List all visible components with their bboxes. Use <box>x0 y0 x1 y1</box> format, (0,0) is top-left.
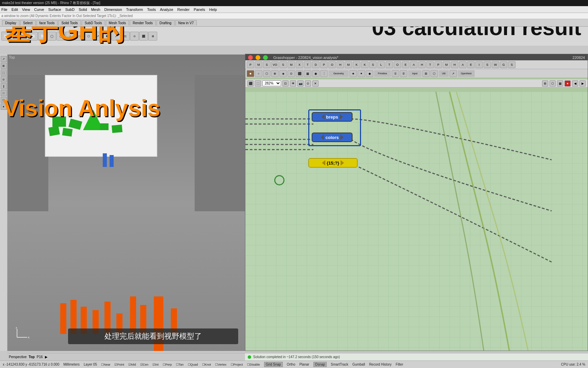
gh-tool-h[interactable]: H <box>337 61 344 68</box>
toolbar-btn-17[interactable]: ⊞ <box>148 32 157 41</box>
gh-tool-k2[interactable]: K <box>361 61 369 68</box>
status-planar[interactable]: Planar <box>299 363 309 366</box>
toolbar-btn-16[interactable]: ⬛ <box>139 32 148 41</box>
gh-canvas[interactable]: breps colors {15;?} <box>245 92 588 351</box>
menu-analyze[interactable]: Analyze <box>160 7 173 12</box>
gh-tool-s[interactable]: S <box>263 61 271 68</box>
gh-close-btn[interactable] <box>248 55 253 60</box>
gh-tool-m2[interactable]: M <box>288 61 295 68</box>
gh-icon-6[interactable]: ⊙ <box>288 70 295 77</box>
gh-tool-w[interactable]: W <box>492 61 499 68</box>
gh-tool-p3[interactable]: P <box>435 61 442 68</box>
status-snap-knot[interactable]: ☐Knot <box>202 363 211 366</box>
gh-icon-8[interactable]: ▦ <box>304 70 311 77</box>
gh-icon-9[interactable]: ◉ <box>312 70 320 77</box>
grasshopper-window[interactable]: Grasshopper - 220824_vision analysis* 22… <box>245 54 588 351</box>
gh-icon-4[interactable]: ⊕ <box>271 70 279 77</box>
tab-display[interactable]: Display <box>2 20 19 26</box>
menu-tools[interactable]: Tools <box>147 7 156 12</box>
gh-tool-m4[interactable]: M <box>443 61 450 68</box>
sidebar-icon-1[interactable]: ↗ <box>1 56 7 62</box>
gh-icon-11[interactable]: ★ <box>349 70 357 77</box>
gh-zoom-camera[interactable]: 📷 <box>297 80 304 87</box>
gh-zoom-right5[interactable]: ◀ <box>572 80 578 87</box>
gh-tool-e[interactable]: E <box>402 61 409 68</box>
tab-drafting[interactable]: Drafting <box>157 20 175 26</box>
status-snap-mid[interactable]: ☑Mid <box>128 363 136 366</box>
gh-tool-p[interactable]: P <box>247 61 254 68</box>
gh-tool-l[interactable]: L <box>377 61 385 68</box>
gh-tool-s3[interactable]: S <box>369 61 377 68</box>
gh-maximize-btn[interactable] <box>263 55 268 60</box>
gh-tool-a2[interactable]: A <box>459 61 467 68</box>
gh-zoom-fit[interactable]: ⊡ <box>282 80 289 87</box>
gh-zoom-eye[interactable]: 👁 <box>290 80 296 87</box>
tab-select[interactable]: Select <box>20 20 36 26</box>
gh-tool-t[interactable]: T <box>304 61 311 68</box>
gh-zoom-right1[interactable]: ⊞ <box>542 80 548 87</box>
tab-face-tools[interactable]: face Tools <box>36 20 58 26</box>
status-snap-vertex[interactable]: ☐Vertex <box>215 363 227 366</box>
gh-icon-15[interactable]: ② <box>400 70 407 77</box>
gh-zoom-icon-2[interactable]: ⬚ <box>255 80 261 87</box>
gh-tool-s4[interactable]: S <box>484 61 491 68</box>
gh-tool-p2[interactable]: P <box>320 61 328 68</box>
menu-subd[interactable]: SubD <box>65 7 75 12</box>
status-snap-quad[interactable]: ☐Quad <box>188 363 198 366</box>
menu-render[interactable]: Render <box>177 7 190 12</box>
status-ortho[interactable]: Ortho <box>287 363 295 366</box>
gh-tool-g[interactable]: G <box>500 61 507 68</box>
status-record-history[interactable]: Record History <box>369 363 392 366</box>
gh-icon-13[interactable]: ◆ <box>366 70 373 77</box>
status-filter[interactable]: Filter <box>396 363 403 366</box>
tab-new-v7[interactable]: New in V7 <box>175 20 197 26</box>
menu-transform[interactable]: Transform <box>126 7 143 12</box>
gh-tool-k[interactable]: K <box>353 61 360 68</box>
gh-icon-17[interactable]: ⬡ <box>430 70 438 77</box>
tab-solid-tools[interactable]: Solid Tools <box>58 20 81 26</box>
gh-canvas-circle[interactable] <box>274 175 284 185</box>
status-snap-perp[interactable]: ☐Perp <box>163 363 172 366</box>
gh-tool-m3[interactable]: M <box>345 61 352 68</box>
menu-help[interactable]: Help <box>209 7 217 12</box>
gh-tool-x[interactable]: X <box>296 61 303 68</box>
gh-icon-5[interactable]: ◈ <box>279 70 287 77</box>
status-snap-disable[interactable]: ☐Disable <box>247 363 260 366</box>
status-snap-int[interactable]: ☑Int <box>152 363 159 366</box>
menu-view[interactable]: View <box>22 7 30 12</box>
gh-tool-i[interactable]: I <box>475 61 483 68</box>
sidebar-icon-5[interactable]: ∥ <box>1 83 7 89</box>
tab-top[interactable]: Top <box>29 355 35 359</box>
sidebar-icon-3[interactable]: ⬚ <box>1 70 7 76</box>
gh-zoom-right3[interactable]: ▦ <box>557 80 563 87</box>
menu-edit[interactable]: Edit <box>12 7 18 12</box>
status-smarttrack[interactable]: SmartTrack <box>331 363 348 366</box>
status-gumball[interactable]: Gumball <box>352 363 365 366</box>
menu-curve[interactable]: Curve <box>34 7 44 12</box>
tab-perspective[interactable]: Perspective <box>9 355 27 359</box>
sidebar-icon-4[interactable]: ⊙ <box>1 76 7 82</box>
tab-p16[interactable]: P16 <box>37 355 43 359</box>
status-osnap[interactable]: Osnap <box>313 362 327 367</box>
gh-tool-o[interactable]: O <box>328 61 336 68</box>
tab-mesh-tools[interactable]: Mesh Tools <box>106 20 129 26</box>
tab-plus[interactable]: ▶ <box>45 355 48 359</box>
gh-tool-h2[interactable]: H <box>418 61 426 68</box>
gh-tool-d[interactable]: D <box>312 61 320 68</box>
gh-zoom-right6[interactable]: ▶ <box>579 80 586 87</box>
gh-icon-2[interactable]: ○ <box>255 70 262 77</box>
gh-node-data[interactable]: {15;?} <box>308 158 358 168</box>
gh-zoom-select[interactable]: 282% <box>262 80 281 86</box>
gh-icon-1[interactable]: ■ <box>247 70 254 77</box>
gh-node-breps[interactable]: breps <box>312 112 353 122</box>
gh-tool-o2[interactable]: O <box>394 61 401 68</box>
status-gridsnap[interactable]: Grid Snap <box>264 362 283 367</box>
gh-tool-h3[interactable]: H <box>451 61 458 68</box>
gh-icon-10[interactable]: ⋮ <box>320 70 328 77</box>
gh-tool-s2[interactable]: S <box>279 61 287 68</box>
gh-zoom-right4[interactable]: ● <box>565 80 571 87</box>
tab-render-tools[interactable]: Render Tools <box>130 20 156 26</box>
gh-tool-t3[interactable]: T <box>426 61 434 68</box>
gh-icon-14[interactable]: ① <box>392 70 399 77</box>
gh-icon-18[interactable]: ↗ <box>450 70 457 77</box>
